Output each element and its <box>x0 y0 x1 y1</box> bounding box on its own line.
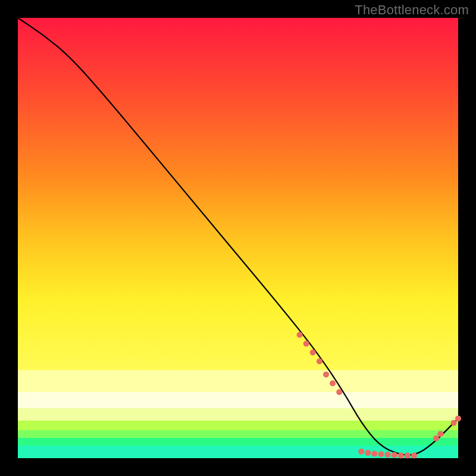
data-marker <box>378 451 384 457</box>
data-marker <box>451 420 457 426</box>
data-marker <box>317 358 322 364</box>
data-marker <box>371 451 377 457</box>
data-marker <box>358 449 364 455</box>
data-marker <box>297 332 303 338</box>
data-marker <box>411 453 417 459</box>
data-marker <box>385 452 391 458</box>
chart-frame: TheBottleneck.com <box>0 0 476 476</box>
data-marker <box>437 431 443 437</box>
data-marker <box>336 389 342 395</box>
data-marker <box>365 450 371 456</box>
curve-layer <box>18 18 458 458</box>
watermark-text: TheBottleneck.com <box>355 2 469 18</box>
data-marker <box>310 349 316 355</box>
data-marker <box>323 371 329 377</box>
data-marker <box>455 415 461 421</box>
data-marker <box>392 452 397 458</box>
data-marker <box>303 341 309 347</box>
data-marker <box>433 436 439 441</box>
data-marker <box>330 380 336 386</box>
bottleneck-curve <box>18 18 458 455</box>
data-marker <box>398 453 404 459</box>
data-marker <box>405 453 411 459</box>
curve-markers <box>297 332 461 459</box>
plot-area <box>18 18 458 458</box>
